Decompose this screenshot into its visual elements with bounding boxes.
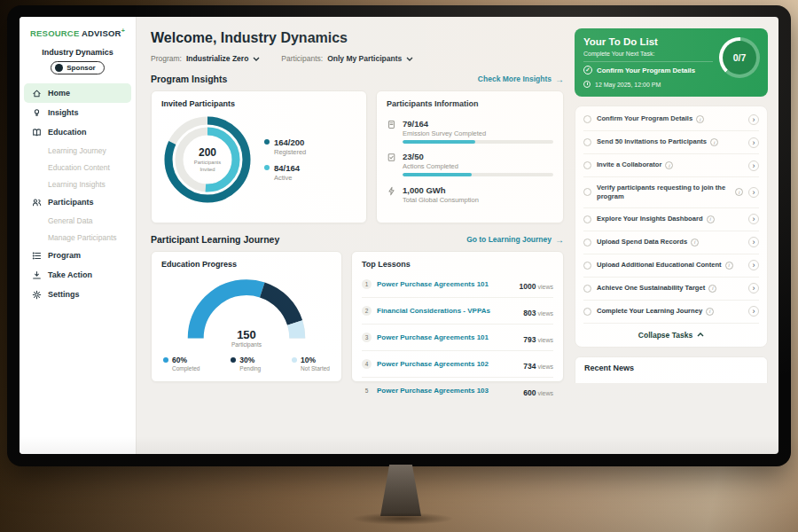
info-row-consumption: 1,000 GWh Total Global Consumption: [387, 185, 553, 207]
task-checkbox[interactable]: [583, 138, 591, 146]
chevron-right-icon[interactable]: ›: [748, 306, 759, 317]
task-row[interactable]: Complete Your Learning Journeyi ›: [583, 301, 759, 324]
education-gauge-chart: 150 Participants: [181, 270, 312, 348]
legend-dot: [163, 357, 168, 363]
take-action-icon: [32, 270, 42, 280]
task-row[interactable]: Send 50 Invitations to Participantsi ›: [583, 131, 759, 154]
task-row[interactable]: Verify participants requesting to join t…: [583, 177, 759, 208]
task-row[interactable]: Confirm Your Program Detailsi ›: [583, 108, 759, 131]
info-icon[interactable]: i: [708, 285, 716, 293]
lesson-link[interactable]: Financial Considerations - VPPAs: [377, 307, 518, 315]
sponsor-icon: [55, 64, 63, 72]
task-checkbox[interactable]: [583, 285, 591, 293]
actions-progressbar: [403, 173, 553, 176]
collapse-tasks-button[interactable]: Collapse Tasks: [583, 324, 759, 347]
task-row[interactable]: Upload Additional Educational Contenti ›: [583, 254, 759, 278]
info-icon[interactable]: i: [710, 138, 718, 146]
task-checkbox[interactable]: [583, 215, 591, 223]
sidebar-item-general-data[interactable]: General Data: [20, 212, 136, 229]
actions-check-icon: [387, 153, 396, 162]
sidebar-item-education-content[interactable]: Education Content: [20, 159, 136, 176]
go-to-learning-journey-link[interactable]: Go to Learning Journey →: [466, 235, 564, 245]
sidebar-item-label: Participants: [48, 198, 94, 207]
lesson-rank: 1: [362, 279, 372, 289]
lesson-link[interactable]: Power Purchase Agreements 101: [377, 280, 514, 288]
sponsor-label: Sponsor: [66, 64, 95, 72]
todo-summary-card: Your To Do List Complete Your Next Task:…: [575, 28, 768, 97]
legend-dot: [264, 139, 270, 145]
sidebar-item-education[interactable]: Education: [20, 122, 136, 142]
chevron-right-icon[interactable]: ›: [748, 114, 759, 125]
chevron-right-icon[interactable]: ›: [748, 237, 759, 247]
info-row-emission-survey: 79/164 Emission Survey Completed: [387, 119, 553, 144]
monitor-frame: RESOURCE ADVISOR+ Industry Dynamics Spon…: [7, 5, 791, 466]
chevron-right-icon[interactable]: ›: [748, 187, 759, 198]
task-checkbox[interactable]: [583, 239, 591, 246]
todo-subtitle: Complete Your Next Task:: [583, 51, 713, 57]
task-row[interactable]: Explore Your Insights Dashboardi ›: [583, 208, 759, 231]
sidebar-item-home[interactable]: Home: [24, 83, 131, 103]
section-title-program-insights: Program Insights: [151, 74, 227, 84]
todo-title: Your To Do List: [583, 36, 713, 47]
sidebar-item-participants[interactable]: Participants: [20, 192, 136, 212]
info-icon[interactable]: i: [696, 115, 704, 123]
chevron-right-icon[interactable]: ›: [748, 137, 759, 148]
task-checkbox[interactable]: [583, 262, 591, 270]
legend-item-registered: 164/200 Registered: [264, 137, 306, 156]
filter-bar: Program: Industrialize Zero Participants…: [151, 54, 564, 63]
program-list-icon: [32, 251, 42, 261]
info-icon[interactable]: i: [706, 308, 714, 316]
sidebar-item-label: Take Action: [48, 270, 92, 279]
arrow-right-icon: →: [555, 235, 564, 245]
info-icon[interactable]: i: [735, 188, 743, 196]
sidebar-item-learning-insights[interactable]: Learning Insights: [20, 176, 136, 192]
filter-value: Industrialize Zero: [186, 54, 248, 63]
program-filter-dropdown[interactable]: Program: Industrialize Zero: [151, 54, 260, 63]
sidebar-item-program[interactable]: Program: [20, 246, 136, 265]
sidebar-item-label: Education: [48, 128, 87, 137]
legend-dot: [292, 357, 297, 363]
info-icon[interactable]: i: [725, 262, 733, 270]
chevron-right-icon[interactable]: ›: [748, 283, 759, 293]
lesson-link[interactable]: Power Purchase Agreements 101: [377, 333, 518, 341]
task-checkbox[interactable]: [583, 115, 591, 123]
lesson-link[interactable]: Power Purchase Agreements 102: [377, 360, 518, 368]
chevron-right-icon[interactable]: ›: [748, 260, 759, 270]
task-row[interactable]: Achieve One Sustainability Targeti ›: [583, 278, 759, 301]
task-checkbox[interactable]: [583, 308, 591, 316]
card-title: Invited Participants: [161, 99, 356, 108]
gauge-center-value: 150: [181, 328, 312, 341]
info-icon[interactable]: i: [707, 215, 715, 223]
task-row[interactable]: Upload Spend Data Recordsi ›: [583, 231, 759, 254]
info-icon[interactable]: i: [665, 161, 673, 169]
brand-logo: RESOURCE ADVISOR+: [20, 27, 136, 38]
participants-icon: [32, 198, 42, 207]
task-checkbox[interactable]: [583, 188, 591, 196]
sidebar-item-take-action[interactable]: Take Action: [20, 265, 136, 285]
donut-legend: 164/200 Registered 84/164 Active: [264, 130, 306, 189]
check-more-insights-link[interactable]: Check More Insights →: [478, 74, 564, 84]
lesson-rank: 2: [362, 306, 372, 316]
sidebar: RESOURCE ADVISOR+ Industry Dynamics Spon…: [20, 17, 137, 454]
monitor-stand: [380, 465, 421, 516]
education-icon: [32, 128, 42, 137]
chevron-right-icon[interactable]: ›: [748, 160, 759, 171]
sidebar-item-insights[interactable]: Insights: [20, 103, 136, 122]
sponsor-badge[interactable]: Sponsor: [51, 61, 104, 74]
chevron-right-icon[interactable]: ›: [748, 214, 759, 224]
info-icon[interactable]: i: [691, 239, 699, 246]
legend-dot: [264, 165, 270, 170]
lesson-link[interactable]: Power Purchase Agreements 103: [377, 387, 518, 395]
sidebar-item-label: Home: [48, 89, 70, 98]
lesson-row: 4 Power Purchase Agreements 102 734views: [362, 351, 553, 378]
chevron-down-icon: [406, 57, 413, 61]
desk-background: RESOURCE ADVISOR+ Industry Dynamics Spon…: [0, 0, 798, 532]
todo-progress-ring: 0/7: [719, 37, 760, 78]
sidebar-item-learning-journey[interactable]: Learning Journey: [20, 142, 136, 159]
sidebar-item-settings[interactable]: Settings: [20, 285, 136, 304]
sidebar-item-manage-participants[interactable]: Manage Participants: [20, 229, 136, 246]
next-task-row[interactable]: ✓ Confirm Your Program Details: [583, 61, 713, 78]
task-checkbox[interactable]: [583, 161, 591, 169]
task-row[interactable]: Invite a Collaboratori ›: [583, 154, 759, 177]
participants-filter-dropdown[interactable]: Participants: Only My Participants: [281, 54, 413, 63]
